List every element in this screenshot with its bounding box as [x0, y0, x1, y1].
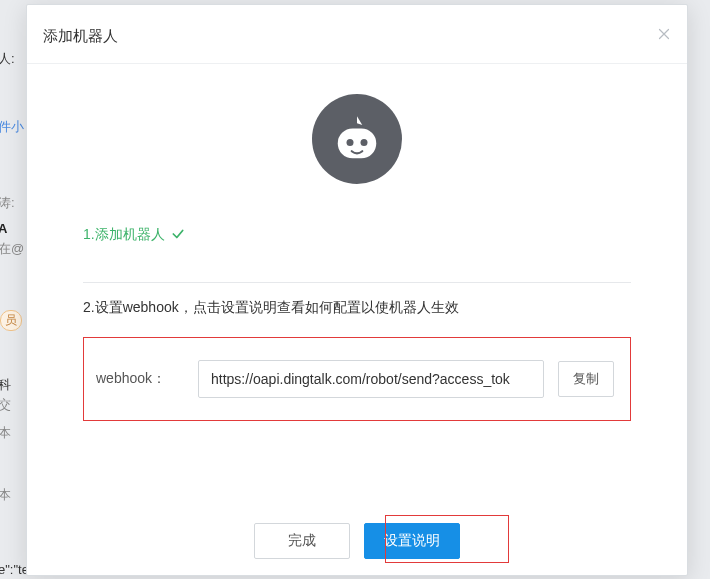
step-1-label: 1.添加机器人	[83, 226, 165, 244]
webhook-highlight-box: webhook： 复制	[83, 337, 631, 421]
done-button[interactable]: 完成	[254, 523, 350, 559]
step-2-label: 2.设置webhook，点击设置说明查看如何配置以使机器人生效	[83, 299, 631, 317]
settings-help-button[interactable]: 设置说明	[364, 523, 460, 559]
bg-text: 涛:	[0, 196, 15, 209]
modal-header: 添加机器人	[27, 5, 687, 64]
webhook-input[interactable]	[198, 360, 544, 398]
bg-badge: 员	[0, 310, 22, 331]
modal-title: 添加机器人	[43, 27, 118, 46]
check-icon	[171, 227, 185, 244]
bg-text: 本	[0, 426, 11, 439]
bg-text: 人:	[0, 52, 15, 65]
copy-button[interactable]: 复制	[558, 361, 614, 397]
modal-footer: 完成 设置说明	[27, 523, 687, 559]
bg-text: 本	[0, 488, 11, 501]
bg-text: 交	[0, 398, 11, 411]
step-1-row: 1.添加机器人	[83, 226, 631, 244]
webhook-label: webhook：	[94, 370, 198, 388]
modal-body: 1.添加机器人 2.设置webhook，点击设置说明查看如何配置以使机器人生效 …	[27, 94, 687, 421]
robot-avatar	[312, 94, 402, 184]
robot-icon	[329, 111, 385, 167]
svg-point-2	[361, 139, 368, 146]
close-button[interactable]	[655, 25, 673, 43]
bg-text: 科	[0, 378, 11, 391]
svg-point-1	[347, 139, 354, 146]
close-icon	[655, 25, 673, 43]
bg-text: 在@	[0, 242, 24, 255]
divider	[83, 282, 631, 283]
bg-text: A	[0, 222, 7, 235]
background-window: 人: 件小 涛: A 在@ 员 科 交 本 本 e":"text", 添加机器人	[0, 0, 710, 579]
add-robot-modal: 添加机器人 1.添加机器人	[26, 4, 688, 576]
bg-text: 件小	[0, 120, 24, 133]
